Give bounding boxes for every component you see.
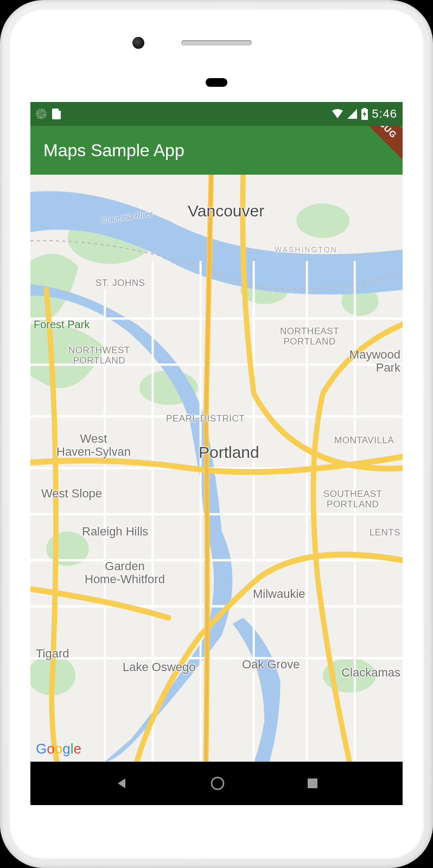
map-label-raleigh-hills: Raleigh Hills — [82, 525, 148, 539]
map-label-washington-border: WASHINGTON — [275, 245, 338, 254]
map-label-tigard: Tigard — [36, 647, 69, 661]
svg-point-4 — [296, 203, 349, 238]
map-label-forest-park: Forest Park — [34, 318, 90, 331]
map-label-lents: LENTS — [370, 527, 400, 538]
map-label-west-haven: WestHaven-Sylvan — [56, 432, 131, 458]
app-bar: Maps Sample App DEBUG — [30, 126, 403, 175]
loading-indicator-icon — [36, 108, 47, 119]
proximity-sensor — [206, 78, 227, 87]
android-navigation-bar — [30, 762, 403, 805]
battery-charging-icon — [361, 108, 368, 120]
map-label-montavilla: MONTAVILLA — [334, 435, 394, 446]
map-label-portland: Portland — [199, 443, 259, 462]
map-label-nw-portland: NORTHWESTPORTLAND — [68, 346, 130, 366]
device-screen: 5:46 Maps Sample App DEBUG — [30, 102, 403, 805]
phone-body: 5:46 Maps Sample App DEBUG — [9, 9, 424, 859]
map-label-st-johns: ST. JOHNS — [95, 278, 145, 289]
nav-back-button[interactable] — [114, 776, 129, 790]
debug-banner: DEBUG — [337, 126, 403, 171]
phone-frame: 5:46 Maps Sample App DEBUG — [0, 0, 433, 868]
app-title: Maps Sample App — [43, 141, 184, 161]
svg-rect-1 — [363, 108, 366, 110]
map-label-oak-grove: Oak Grove — [242, 658, 300, 672]
google-attribution-logo: Google — [36, 741, 81, 757]
front-camera — [132, 37, 144, 49]
map-label-pearl: PEARL DISTRICT — [166, 413, 245, 424]
cellular-signal-icon — [347, 108, 358, 119]
earpiece-speaker — [181, 40, 252, 46]
map-label-ne-portland: NORTHEASTPORTLAND — [280, 327, 339, 347]
wifi-icon — [332, 108, 343, 119]
map-label-se-portland: SOUTHEASTPORTLAND — [323, 489, 382, 509]
map-label-maywood-park: MaywoodPark — [349, 348, 400, 374]
map-label-clackamas: Clackamas — [341, 666, 400, 680]
map-label-vancouver: Vancouver — [188, 202, 264, 220]
nav-recents-button[interactable] — [307, 777, 319, 789]
svg-rect-26 — [308, 778, 317, 788]
map-label-milwaukie: Milwaukie — [253, 587, 305, 601]
map-label-garden-home: GardenHome-Whitford — [85, 560, 165, 586]
status-time: 5:46 — [372, 107, 397, 121]
android-status-bar: 5:46 — [30, 102, 403, 126]
map-label-west-slope: West Slope — [41, 487, 102, 501]
nav-home-button[interactable] — [209, 775, 226, 792]
sd-card-icon — [52, 108, 61, 119]
google-map-view[interactable]: Vancouver Columbia River WASHINGTON ST. … — [30, 175, 403, 762]
map-label-lake-oswego: Lake Oswego — [123, 660, 196, 674]
svg-point-25 — [212, 777, 224, 789]
